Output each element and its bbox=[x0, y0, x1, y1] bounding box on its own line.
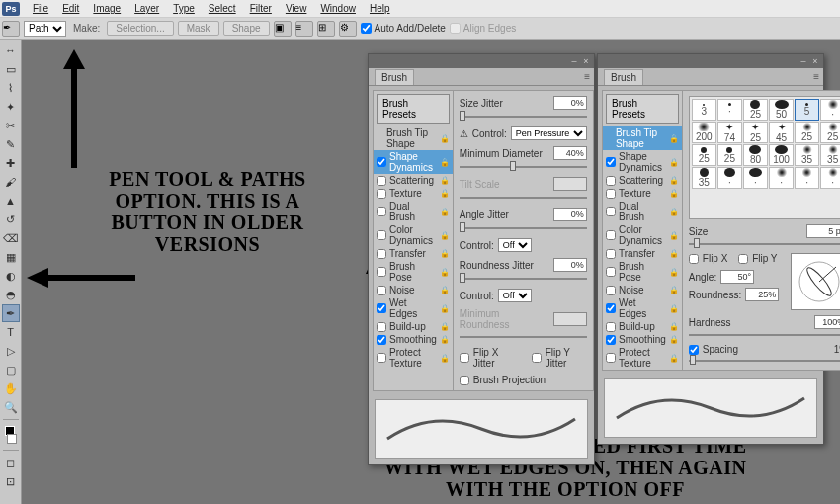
lock-icon[interactable]: 🔒 bbox=[669, 231, 679, 240]
angle-jitter-slider[interactable] bbox=[460, 227, 587, 229]
section-protect-texture[interactable]: Protect Texture🔒 bbox=[603, 346, 682, 370]
panel-menu-icon[interactable]: ≡ bbox=[813, 71, 819, 82]
spacing-checkbox[interactable]: Spacing1% bbox=[689, 344, 840, 355]
spacing-value[interactable]: 1% bbox=[834, 344, 840, 355]
hardness-slider[interactable] bbox=[689, 334, 840, 336]
tool-stamp[interactable]: ▲ bbox=[2, 192, 20, 210]
roundness-jitter-value[interactable]: 0% bbox=[553, 258, 587, 272]
close-icon[interactable]: × bbox=[581, 56, 591, 66]
hardness-value[interactable]: 100% bbox=[814, 315, 840, 329]
brush-angle-preview[interactable] bbox=[791, 253, 840, 310]
brush-preset[interactable]: 25 bbox=[820, 122, 840, 143]
brush-preset[interactable]: 3 bbox=[692, 99, 716, 121]
min-diameter-slider[interactable] bbox=[460, 166, 587, 168]
section-transfer[interactable]: Transfer🔒 bbox=[603, 247, 682, 260]
roundness-jitter-slider[interactable] bbox=[460, 278, 587, 280]
minimize-icon[interactable]: – bbox=[798, 56, 808, 66]
tool-eyedrop[interactable]: ✎ bbox=[2, 135, 20, 153]
brush-projection-checkbox[interactable]: Brush Projection bbox=[460, 375, 587, 385]
lock-icon[interactable]: 🔒 bbox=[440, 189, 450, 198]
tool-zoom[interactable]: 🔍 bbox=[2, 398, 20, 416]
tool-eraser[interactable]: ⌫ bbox=[2, 229, 20, 247]
min-diameter-value[interactable]: 40% bbox=[553, 146, 587, 160]
color-swatch[interactable] bbox=[2, 423, 20, 447]
brush-preset[interactable]: · bbox=[717, 99, 742, 121]
lock-icon[interactable]: 🔒 bbox=[669, 158, 679, 167]
section-texture[interactable]: Texture🔒 bbox=[603, 187, 682, 200]
section-wet-edges[interactable]: Wet Edges🔒 bbox=[374, 296, 453, 320]
pen-tool-icon[interactable]: ✒ bbox=[2, 21, 20, 37]
section-texture[interactable]: Texture🔒 bbox=[374, 187, 453, 200]
lock-icon[interactable]: 🔒 bbox=[669, 335, 679, 344]
tool-move[interactable]: ↔ bbox=[2, 42, 20, 59]
brush-preset[interactable]: 50 bbox=[769, 99, 794, 121]
lock-icon[interactable]: 🔒 bbox=[440, 286, 450, 294]
tool-wand[interactable]: ✦ bbox=[2, 98, 20, 116]
section-smoothing[interactable]: Smoothing🔒 bbox=[374, 333, 453, 346]
menu-file[interactable]: File bbox=[26, 3, 55, 14]
brush-preset[interactable]: 25 bbox=[743, 99, 768, 121]
section-color-dynamics[interactable]: Color Dynamics🔒 bbox=[374, 223, 453, 247]
brush-preset[interactable]: 80 bbox=[743, 144, 768, 166]
lock-icon[interactable]: 🔒 bbox=[440, 322, 450, 331]
menu-edit[interactable]: Edit bbox=[55, 3, 86, 14]
angle-jitter-value[interactable]: 0% bbox=[553, 208, 587, 221]
tab-brush[interactable]: Brush bbox=[604, 69, 643, 85]
control-select[interactable]: Off bbox=[498, 289, 532, 302]
section-shape-dynamics[interactable]: Shape Dynamics🔒 bbox=[603, 150, 682, 174]
lock-icon[interactable]: 🔒 bbox=[669, 268, 679, 277]
menu-window[interactable]: Window bbox=[313, 3, 363, 14]
path-op-icon[interactable]: ▣ bbox=[274, 21, 292, 37]
tool-blur[interactable]: ◐ bbox=[2, 267, 20, 285]
tool-lasso[interactable]: ⌇ bbox=[2, 79, 20, 97]
tool-marquee[interactable]: ▭ bbox=[2, 60, 20, 78]
panel-titlebar[interactable]: – × bbox=[369, 54, 594, 68]
brush-preset[interactable]: 25 bbox=[692, 144, 716, 166]
section-shape-dynamics[interactable]: Shape Dynamics🔒 bbox=[374, 150, 453, 174]
section-scattering[interactable]: Scattering🔒 bbox=[374, 174, 453, 187]
tool-history[interactable]: ↺ bbox=[2, 210, 20, 228]
section-color-dynamics[interactable]: Color Dynamics🔒 bbox=[603, 223, 682, 247]
menu-layer[interactable]: Layer bbox=[127, 3, 166, 14]
close-icon[interactable]: × bbox=[810, 56, 820, 66]
tool-shape[interactable]: ▢ bbox=[2, 361, 20, 378]
section-transfer[interactable]: Transfer🔒 bbox=[374, 247, 453, 260]
lock-icon[interactable]: 🔒 bbox=[669, 304, 679, 313]
lock-icon[interactable]: 🔒 bbox=[440, 354, 450, 363]
lock-icon[interactable]: 🔒 bbox=[669, 176, 679, 185]
flip-x-jitter-checkbox[interactable]: Flip X Jitter Flip Y Jitter bbox=[460, 347, 587, 369]
lock-icon[interactable]: 🔒 bbox=[669, 354, 679, 363]
brush-preset[interactable]: 25 bbox=[795, 122, 819, 143]
section-noise[interactable]: Noise🔒 bbox=[603, 284, 682, 296]
gear-icon[interactable]: ⚙ bbox=[339, 21, 357, 37]
brush-preset[interactable]: 35 bbox=[820, 144, 840, 166]
panel-menu-icon[interactable]: ≡ bbox=[584, 71, 590, 82]
brush-preset[interactable]: ✦74 bbox=[717, 122, 742, 143]
flip-x-checkbox[interactable]: Flip X Flip Y bbox=[689, 253, 779, 264]
brush-preset[interactable]: · bbox=[820, 99, 840, 121]
lock-icon[interactable]: 🔒 bbox=[669, 286, 679, 294]
section-scattering[interactable]: Scattering🔒 bbox=[603, 174, 682, 187]
control-select[interactable]: Off bbox=[498, 238, 532, 252]
quickmask-icon[interactable]: ◻ bbox=[2, 454, 20, 471]
section-brush-pose[interactable]: Brush Pose🔒 bbox=[603, 260, 682, 284]
brush-preset[interactable]: · bbox=[769, 167, 794, 189]
lock-icon[interactable]: 🔒 bbox=[440, 208, 450, 216]
brush-presets-button[interactable]: Brush Presets bbox=[606, 94, 679, 124]
menu-select[interactable]: Select bbox=[202, 3, 243, 14]
tool-brush[interactable]: 🖌 bbox=[2, 173, 20, 191]
roundness-value[interactable]: 25% bbox=[745, 288, 779, 301]
tool-dodge[interactable]: ◓ bbox=[2, 286, 20, 303]
lock-icon[interactable]: 🔒 bbox=[440, 231, 450, 240]
lock-icon[interactable]: 🔒 bbox=[669, 189, 679, 198]
lock-icon[interactable]: 🔒 bbox=[669, 134, 679, 143]
menu-view[interactable]: View bbox=[279, 3, 314, 14]
section-smoothing[interactable]: Smoothing🔒 bbox=[603, 333, 682, 346]
size-slider[interactable] bbox=[689, 243, 840, 245]
screenmode-icon[interactable]: ⊡ bbox=[2, 472, 20, 490]
menu-type[interactable]: Type bbox=[166, 3, 202, 14]
brush-preset[interactable]: 35 bbox=[795, 144, 819, 166]
control-select[interactable]: Pen Pressure bbox=[511, 126, 587, 140]
brush-preset[interactable]: · bbox=[743, 167, 768, 189]
tool-type[interactable]: T bbox=[2, 323, 20, 341]
